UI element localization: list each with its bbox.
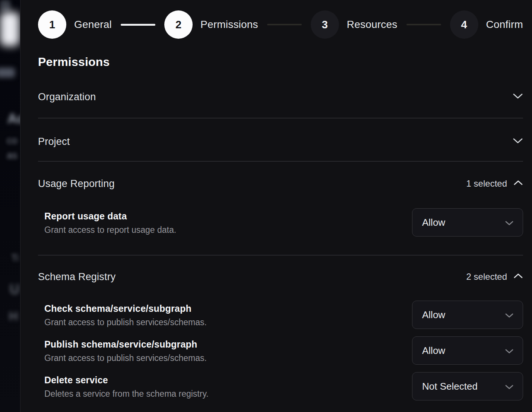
permission-select-delete-service[interactable]: Not Selected	[412, 372, 523, 400]
permission-description: Grant access to publish services/schemas…	[44, 354, 207, 363]
step-connector	[406, 24, 441, 25]
blurred-text-fragment: Ac	[7, 111, 20, 127]
section-label: Usage Reporting	[38, 177, 115, 190]
create-token-wizard-modal: 1 General 2 Permissions 3 Resources 4 Co…	[20, 0, 532, 412]
step-number-badge: 1	[38, 10, 66, 39]
permission-description: Grant access to report usage data.	[44, 225, 176, 235]
chevron-down-icon	[505, 309, 514, 321]
permission-description: Grant access to publish services/schemas…	[44, 318, 207, 327]
step-confirm[interactable]: 4 Confirm	[450, 10, 523, 39]
chevron-down-icon	[513, 137, 523, 146]
permission-row-delete-service: Delete service Deletes a service from th…	[38, 372, 523, 400]
chevron-down-icon	[513, 93, 523, 101]
chevron-down-icon	[505, 381, 514, 392]
section-label: Schema Registry	[38, 270, 116, 283]
section-label: Organization	[38, 91, 96, 103]
permission-description: Deletes a service from the schema regist…	[44, 389, 209, 399]
section-schema-registry: Schema Registry 2 selected Check schema/…	[38, 256, 523, 400]
chevron-up-icon	[513, 180, 523, 187]
select-value: Allow	[422, 309, 445, 321]
permission-title: Check schema/service/subgraph	[44, 304, 207, 314]
permission-row-report-usage-data: Report usage data Grant access to report…	[38, 208, 523, 237]
step-permissions[interactable]: 2 Permissions	[164, 10, 258, 39]
section-header-schema-registry[interactable]: Schema Registry 2 selected	[38, 256, 523, 283]
permission-text: Report usage data Grant access to report…	[44, 208, 176, 235]
step-label: Resources	[347, 19, 398, 31]
blurred-icon	[0, 0, 10, 12]
selected-count-badge: 1 selected	[466, 178, 507, 189]
selected-count-badge: 2 selected	[466, 272, 507, 282]
select-value: Allow	[422, 217, 445, 228]
section-project: Project	[38, 118, 523, 162]
permission-title: Delete service	[44, 375, 209, 385]
wizard-stepper: 1 General 2 Permissions 3 Resources 4 Co…	[38, 10, 523, 39]
chevron-up-icon	[513, 273, 523, 281]
step-label: Permissions	[200, 19, 258, 31]
permission-select-check-schema[interactable]: Allow	[412, 301, 523, 329]
permission-row-publish-schema: Publish schema/service/subgraph Grant ac…	[38, 336, 523, 365]
permission-select-publish-schema[interactable]: Allow	[412, 336, 523, 365]
blurred-text-fragment: as	[7, 150, 18, 161]
step-general[interactable]: 1 General	[38, 10, 112, 39]
step-number-badge: 2	[164, 10, 193, 39]
section-usage-reporting: Usage Reporting 1 selected Report usage …	[38, 162, 523, 256]
section-header-usage-reporting[interactable]: Usage Reporting 1 selected	[38, 162, 523, 190]
permission-select-report-usage-data[interactable]: Allow	[412, 208, 523, 237]
step-number-badge: 4	[450, 10, 478, 39]
step-label: Confirm	[486, 19, 523, 31]
blurred-text-fragment: H	[9, 309, 18, 323]
blurred-text-fragment: co	[7, 135, 18, 146]
chevron-down-icon	[505, 217, 514, 228]
background-app-blurred: Ac co as Ti U H	[0, 0, 20, 412]
permission-title: Report usage data	[44, 211, 176, 221]
chevron-down-icon	[505, 345, 514, 356]
step-number-badge: 3	[311, 10, 339, 39]
blurred-logo-button	[0, 12, 19, 46]
select-value: Not Selected	[422, 381, 478, 392]
permission-text: Check schema/service/subgraph Grant acce…	[44, 301, 207, 327]
section-organization: Organization	[38, 69, 523, 118]
permission-text: Publish schema/service/subgraph Grant ac…	[44, 336, 207, 363]
section-header-organization[interactable]: Organization	[38, 69, 523, 118]
step-connector-complete	[121, 24, 155, 26]
blurred-text-fragment: Ti	[11, 253, 19, 263]
step-connector	[267, 24, 302, 25]
section-header-project[interactable]: Project	[38, 118, 523, 161]
section-label: Project	[38, 135, 70, 148]
permission-text: Delete service Deletes a service from th…	[44, 372, 209, 399]
page-title: Permissions	[38, 55, 523, 69]
select-value: Allow	[422, 345, 445, 356]
step-label: General	[74, 19, 112, 31]
step-resources[interactable]: 3 Resources	[311, 10, 398, 39]
permission-title: Publish schema/service/subgraph	[44, 339, 207, 349]
blurred-text-fragment: U	[10, 282, 19, 297]
blurred-nav-pill	[0, 68, 15, 77]
permission-row-check-schema: Check schema/service/subgraph Grant acce…	[38, 301, 523, 329]
